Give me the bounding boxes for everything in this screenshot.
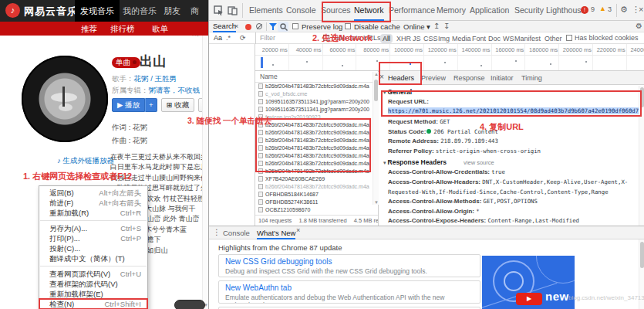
tab-performance[interactable]: Performance <box>389 0 435 21</box>
request-name: OFBHDB5274K38611 <box>265 199 318 205</box>
refresh-search-icon[interactable]: ⟳ <box>240 34 246 42</box>
artist-link[interactable]: 花粥 / 王胜男 <box>134 74 177 83</box>
whats-new-card[interactable]: New WebAuthn tab Emulate authenticators … <box>218 280 480 304</box>
context-menu-item[interactable]: 投射(C)... <box>39 243 147 253</box>
nav-mall[interactable]: 商城 <box>185 0 208 22</box>
context-menu-item[interactable]: 重新加载(R) Ctrl+R <box>39 208 147 218</box>
filter-input[interactable]: Filter <box>260 34 275 42</box>
search-pane-title[interactable]: Search <box>213 22 236 32</box>
filter-chip-manifest[interactable]: Manifest <box>512 34 543 43</box>
request-list-scrollbar[interactable]: ▲ ▼ <box>373 72 379 205</box>
context-menu-item[interactable]: 查看框架的源代码(V) <box>39 279 147 289</box>
clear-network-log-icon[interactable] <box>256 23 262 29</box>
tab-memory[interactable]: Memory <box>437 0 466 21</box>
tab-console[interactable]: Console <box>286 0 316 21</box>
network-toolbar: Search × Preserve log Disable cache Onli… <box>209 21 644 32</box>
request-row[interactable]: OCBZ1210598670 <box>255 206 378 214</box>
response-header-row: Access-Control-Allow-Methods: GET,POST,O… <box>383 197 639 207</box>
has-blocked-cookies-label[interactable]: Has blocked cookies <box>575 34 639 42</box>
netease-logo-icon[interactable]: ♪ <box>5 3 20 18</box>
filter-chip-all[interactable]: All <box>380 34 393 43</box>
favorite-button[interactable]: ⊞ 收藏 <box>161 98 195 112</box>
disclosure-triangle-icon[interactable]: ▾ <box>383 160 386 165</box>
search-icon[interactable] <box>280 23 288 31</box>
whats-new-video-thumbnail[interactable]: ▶ new <box>482 256 575 309</box>
import-har-icon[interactable]: ↥ <box>433 22 440 30</box>
export-har-icon[interactable]: ↧ <box>443 22 450 30</box>
context-menu-item[interactable]: 查看网页源代码(V) Ctrl+U <box>39 269 147 279</box>
tab-timing[interactable]: Timing <box>521 71 542 85</box>
close-whats-new-icon[interactable]: × <box>296 226 300 234</box>
preserve-log-label[interactable]: Preserve log <box>302 22 342 31</box>
album-link[interactable]: 粥请客，不收钱 <box>149 86 201 94</box>
play-button[interactable]: ▶ 播放 <box>112 98 145 112</box>
close-devtools-icon[interactable]: × <box>639 5 643 14</box>
context-menu-item[interactable]: 前进(F) Alt+向右箭头 <box>39 198 147 208</box>
request-row[interactable]: XF7B420AE60BCAE269 <box>255 175 378 183</box>
context-menu-item[interactable]: 翻译成中文（简体）(T) <box>39 253 147 263</box>
device-toolbar-icon[interactable] <box>228 5 238 15</box>
request-row[interactable]: b26bf204b4781483b72cbfcc9d09dadc.m4a <box>255 83 378 90</box>
response-headers-section-title[interactable]: ▾Response Headersview source <box>383 158 639 166</box>
context-menu-item[interactable] <box>40 266 147 267</box>
tab-initiator[interactable]: Initiator <box>491 71 514 85</box>
context-menu-item[interactable]: 另存为(A)... Ctrl+S <box>39 223 147 233</box>
page-scrollbar[interactable]: ▼ <box>202 36 208 309</box>
request-row[interactable]: OFBHDB5184K14687 <box>255 191 378 199</box>
throttling-dropdown[interactable]: Online ▾ <box>403 22 430 31</box>
drawer-tab-console[interactable]: Console <box>223 226 250 239</box>
error-badge-icon[interactable]: ! <box>581 6 588 14</box>
subnav-recommend[interactable]: 推荐 <box>81 22 97 36</box>
inspect-element-icon[interactable] <box>214 5 224 15</box>
drawer-kebab-menu-icon[interactable]: ⋮ <box>213 228 221 236</box>
context-menu-item[interactable]: 检查(N) Ctrl+Shift+I <box>39 299 147 309</box>
disable-cache-checkbox[interactable] <box>345 23 351 29</box>
context-menu-item[interactable] <box>40 220 147 221</box>
match-case-toggle[interactable]: Aa <box>214 34 222 42</box>
request-row[interactable]: 109951163573511341.jpg?param=200y200 <box>255 98 378 106</box>
request-row[interactable]: OFBHDB5274K38611 <box>255 199 378 206</box>
filter-chip-other[interactable]: Other <box>542 34 565 43</box>
regex-toggle[interactable]: .* <box>226 34 231 42</box>
warning-badge-icon[interactable]: ▲ <box>599 5 606 12</box>
card-title-link[interactable]: New WebAuthn tab <box>225 284 474 292</box>
nav-my-music[interactable]: 我的音乐 <box>117 0 162 22</box>
nav-friends[interactable]: 朋友 <box>158 0 186 22</box>
has-blocked-cookies-checkbox[interactable] <box>566 35 572 41</box>
nav-discover-music[interactable]: 发现音乐 <box>75 0 120 22</box>
network-overview-strip[interactable] <box>255 56 644 71</box>
brand-title[interactable]: 网易云音乐 <box>24 5 78 19</box>
context-menu-item[interactable]: 打印(P)... Ctrl+P <box>39 233 147 243</box>
generate-external-player-link[interactable]: ♪ 生成外链播放器 <box>57 156 114 166</box>
youtube-play-button-icon[interactable]: ▶ <box>516 293 542 305</box>
scrollbar-thumb[interactable] <box>640 242 644 268</box>
tab-elements[interactable]: Elements <box>249 0 283 21</box>
close-search-icon[interactable]: × <box>234 22 238 30</box>
subnav-playlists[interactable]: 歌单 <box>152 22 168 36</box>
mini-player-handle[interactable] <box>174 300 205 309</box>
record-network-log-icon[interactable] <box>245 24 251 30</box>
tab-response[interactable]: Response <box>453 71 485 85</box>
tab-security[interactable]: Security <box>514 0 544 21</box>
tab-lighthouse[interactable]: Lighthouse <box>546 0 585 21</box>
context-menu-item[interactable]: 重新加载框架(E) <box>39 289 147 299</box>
disable-cache-label[interactable]: Disable cache <box>354 22 400 31</box>
request-row[interactable]: 109951163573511341.jpg?param=200y200 <box>255 106 378 114</box>
subnav-rankings[interactable]: 排行榜 <box>110 22 135 36</box>
request-name-column-header[interactable]: Name <box>255 71 378 83</box>
scrollbar-thumb[interactable] <box>374 80 378 101</box>
context-menu-item[interactable]: 返回(B) Alt+向左箭头 <box>39 188 147 198</box>
request-row[interactable]: c_vod_bfsdc.cme <box>255 90 378 98</box>
settings-gear-icon[interactable]: ⚙ <box>620 5 628 15</box>
tab-application[interactable]: Application <box>470 0 509 21</box>
request-row[interactable]: b26bf204b4781483b72cbfcc9d09dadc.m4a <box>255 183 378 191</box>
add-to-playlist-button[interactable]: + <box>145 98 157 112</box>
card-title-link[interactable]: New CSS Grid debugging tools <box>225 257 474 266</box>
network-settings-gear-icon[interactable]: ⚙ <box>636 22 642 30</box>
tab-preview[interactable]: Preview <box>421 71 446 85</box>
whats-new-card[interactable]: New CSS Grid debugging tools Debug and i… <box>218 254 480 277</box>
view-source-link[interactable]: view source <box>464 159 494 166</box>
filter-funnel-icon[interactable] <box>269 23 277 30</box>
drawer-tab-whats-new[interactable]: What's New <box>257 226 295 239</box>
preserve-log-checkbox[interactable] <box>292 23 298 29</box>
